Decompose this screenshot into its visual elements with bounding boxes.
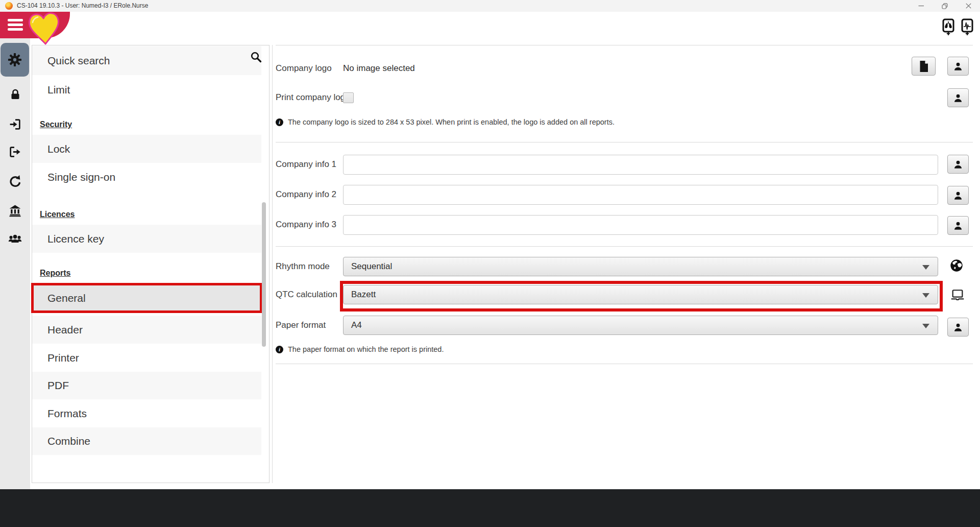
logo-info-note: i The company logo is sized to 284 x 53 …: [276, 118, 615, 126]
quick-search-label: Quick search: [47, 55, 110, 67]
sidebar-item-undo[interactable]: [0, 169, 30, 194]
restore-icon: [942, 3, 948, 9]
lock-icon: [9, 88, 21, 101]
caret-down-icon: [922, 265, 929, 270]
restore-button[interactable]: [933, 0, 957, 12]
minimize-button[interactable]: [910, 0, 933, 12]
person-icon: [952, 61, 964, 72]
nav-scrollbar-thumb[interactable]: [262, 202, 266, 347]
app-header: [0, 12, 980, 38]
app-logo-icon: [5, 2, 13, 10]
window-title: CS-104 19.10.3 - User: Numed-I3 / ERole.…: [17, 2, 148, 9]
person-icon: [952, 159, 964, 170]
company-logo-user-scope-button[interactable]: [947, 57, 969, 76]
company-info-2-input[interactable]: [343, 185, 938, 205]
file-icon: [918, 60, 929, 73]
company-info-1-input[interactable]: [343, 155, 938, 175]
hamburger-icon: [8, 19, 23, 21]
sidebar-item-settings[interactable]: [1, 43, 29, 77]
nav-item-printer[interactable]: Printer: [32, 344, 261, 372]
select-logo-file-button[interactable]: [912, 57, 936, 76]
nav-item-header[interactable]: Header: [32, 316, 261, 344]
gear-icon: [8, 53, 22, 67]
settings-nav-panel: Quick search Limit Security Lock Single …: [32, 45, 270, 483]
sidebar-item-users[interactable]: [0, 227, 30, 251]
device-scope-icon[interactable]: [950, 288, 965, 304]
print-company-logo-label: Print company logo: [276, 92, 350, 103]
logo-note-text: The company logo is sized to 284 x 53 pi…: [288, 118, 615, 126]
globe-icon: [949, 258, 964, 273]
nav-section-security: Security: [40, 120, 72, 129]
rhythm-mode-dropdown[interactable]: Sequential: [343, 257, 938, 276]
company-info-1-label: Company info 1: [276, 159, 336, 170]
users-icon: [8, 232, 22, 246]
person-icon: [952, 322, 964, 333]
nav-item-combine[interactable]: Combine: [32, 427, 261, 455]
company-info-3-label: Company info 3: [276, 220, 336, 230]
brand-logo: [27, 10, 62, 52]
company-info-3-input[interactable]: [343, 215, 938, 235]
tablet-lungs-icon: [942, 18, 954, 35]
paper-format-label: Paper format: [276, 320, 326, 330]
window-titlebar: CS-104 19.10.3 - User: Numed-I3 / ERole.…: [0, 0, 980, 12]
sidebar-item-sign-in[interactable]: [0, 112, 30, 136]
settings-content: Company logo No image selected Print com…: [273, 38, 980, 489]
nav-item-lock[interactable]: Lock: [32, 135, 261, 163]
bank-icon: [9, 204, 21, 217]
nav-item-pdf[interactable]: PDF: [32, 372, 261, 399]
sidebar-item-clinic[interactable]: [0, 198, 30, 223]
undo-icon: [9, 175, 22, 188]
company-info-2-label: Company info 2: [276, 189, 336, 200]
qtc-calculation-dropdown[interactable]: Bazett: [343, 285, 938, 304]
paper-info-note: i The paper format on which the report i…: [276, 345, 444, 353]
company-logo-value: No image selected: [343, 63, 415, 74]
menu-button[interactable]: [8, 19, 23, 31]
paper-format-dropdown[interactable]: A4: [343, 316, 938, 335]
print-logo-user-scope-button[interactable]: [947, 88, 969, 107]
nav-item-licence-key[interactable]: Licence key: [32, 225, 261, 253]
sign-in-icon: [9, 118, 21, 131]
window-controls: [910, 0, 980, 12]
minimize-icon: [918, 3, 924, 9]
paper-note-text: The paper format on which the report is …: [288, 345, 444, 353]
heart-logo-icon: [27, 10, 62, 52]
company-info-2-user-scope-button[interactable]: [947, 186, 969, 205]
globe-scope-icon[interactable]: [949, 258, 964, 275]
footer-bar: [0, 489, 980, 527]
nav-section-reports: Reports: [40, 269, 70, 278]
person-icon: [952, 92, 964, 104]
paper-format-user-scope-button[interactable]: [947, 318, 969, 337]
tablet-ecg-icon: [961, 18, 973, 35]
sidebar-item-sign-out[interactable]: [0, 139, 30, 164]
sidebar-item-lock[interactable]: [0, 82, 30, 107]
nav-section-licences: Licences: [40, 210, 75, 219]
person-icon: [952, 220, 964, 231]
nav-item-formats[interactable]: Formats: [32, 399, 261, 427]
nav-item-limit[interactable]: Limit: [32, 75, 261, 105]
spirometry-device-button[interactable]: [942, 18, 954, 35]
sign-out-icon: [9, 146, 21, 158]
nav-item-single-sign-on[interactable]: Single sign-on: [32, 163, 261, 191]
rhythm-mode-label: Rhythm mode: [276, 261, 330, 272]
company-logo-label: Company logo: [276, 63, 332, 74]
person-icon: [952, 190, 964, 201]
close-button[interactable]: [957, 0, 980, 12]
company-info-3-user-scope-button[interactable]: [947, 216, 969, 235]
icon-sidebar: [0, 38, 30, 489]
ecg-device-button[interactable]: [961, 18, 973, 35]
search-icon[interactable]: [250, 51, 262, 65]
monitor-icon: [950, 288, 965, 302]
nav-item-general-selected[interactable]: General: [31, 283, 262, 313]
info-icon: i: [276, 118, 283, 126]
caret-down-icon: [922, 324, 929, 328]
close-icon: [966, 3, 971, 9]
caret-down-icon: [922, 293, 929, 298]
qtc-calculation-label: QTC calculation: [276, 290, 337, 300]
info-icon: i: [276, 346, 283, 353]
quick-search-input[interactable]: Quick search: [32, 46, 261, 75]
company-info-1-user-scope-button[interactable]: [947, 155, 969, 174]
print-company-logo-checkbox[interactable]: [343, 92, 354, 103]
